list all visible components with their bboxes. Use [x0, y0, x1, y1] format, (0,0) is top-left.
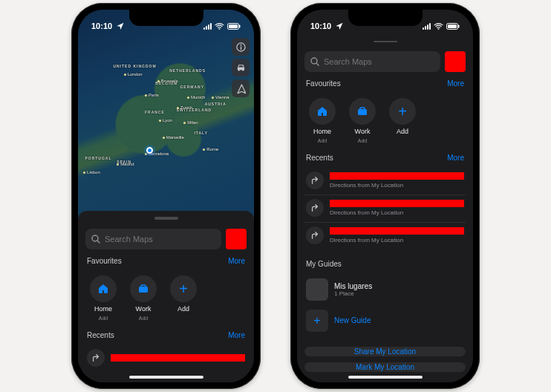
recent-subtitle: Directions from My Location: [330, 182, 464, 189]
wifi-icon: [434, 22, 443, 30]
phone-left: 10:10 NORWAYUNITED KINGDOMNETHERLANDSGER…: [71, 3, 261, 389]
new-guide-button[interactable]: + New Guide: [304, 305, 466, 336]
map-country-label: PORTUGAL: [85, 156, 111, 160]
map-city-label[interactable]: Lyon: [159, 118, 172, 122]
map-city-label[interactable]: Paris: [145, 93, 159, 97]
device-notch: [348, 10, 423, 26]
recents-more-link[interactable]: More: [228, 331, 245, 339]
map-country-label: ITALY: [194, 131, 208, 135]
favourite-sublabel: Add: [139, 316, 148, 321]
favourite-sublabel: Add: [358, 138, 367, 143]
search-field[interactable]: [85, 229, 221, 249]
recent-subtitle: Directions from My Location: [330, 209, 464, 216]
map-city-label[interactable]: Marseille: [163, 135, 184, 140]
favourites-header: Favourites: [306, 79, 341, 88]
guides-header: My Guides: [306, 260, 342, 268]
recent-title-redacted: [330, 172, 464, 180]
sheet-grabber[interactable]: [374, 41, 397, 42]
favourite-briefcase[interactable]: WorkAdd: [348, 98, 377, 143]
favourite-briefcase[interactable]: WorkAdd: [128, 275, 158, 321]
search-input[interactable]: [105, 235, 215, 244]
favourite-plus[interactable]: +Add: [169, 275, 198, 321]
home-icon: [90, 275, 117, 302]
favourite-label: Add: [397, 128, 408, 135]
briefcase-icon: [130, 275, 157, 302]
home-indicator[interactable]: [348, 376, 423, 379]
favourite-label: Work: [355, 128, 371, 135]
bottom-sheet[interactable]: Favourites More HomeAddWorkAdd+Add Recen…: [78, 211, 254, 382]
recent-subtitle: Directions from My Location: [330, 237, 464, 244]
map-canvas[interactable]: NORWAYUNITED KINGDOMNETHERLANDSGERMANYBE…: [78, 10, 254, 218]
sheet-grabber[interactable]: [154, 217, 178, 220]
cellular-icon: [423, 23, 431, 30]
cellular-icon: [203, 23, 212, 30]
wifi-icon: [215, 22, 224, 30]
map-city-label[interactable]: Milan: [183, 120, 198, 125]
guide-count: 1 Place: [334, 290, 372, 297]
recents-more-link[interactable]: More: [447, 154, 464, 162]
directions-icon: [87, 349, 105, 367]
map-country-label: NETHERLANDS: [169, 68, 206, 73]
location-services-icon: [115, 22, 125, 30]
guide-thumbnail: [306, 278, 328, 301]
status-time: 10:10: [91, 22, 112, 30]
search-icon: [310, 57, 319, 66]
map-city-label[interactable]: Rome: [203, 147, 218, 151]
recents-header: Recents: [87, 331, 114, 339]
phone-right: 10:10 Favourites More Ho: [290, 3, 480, 389]
map-city-label[interactable]: London: [124, 72, 143, 76]
guide-name: Mis lugares: [334, 282, 372, 290]
recent-item[interactable]: Directions from My Location: [304, 195, 466, 223]
home-indicator[interactable]: [129, 376, 203, 379]
directions-icon: [306, 172, 324, 189]
plus-icon: +: [306, 310, 328, 332]
directions-icon: [306, 199, 324, 217]
map-city-label[interactable]: Zurich: [177, 105, 193, 110]
screen-map-view: 10:10 NORWAYUNITED KINGDOMNETHERLANDSGER…: [78, 10, 254, 382]
favourite-label: Add: [177, 305, 189, 313]
map-locate-button[interactable]: [232, 79, 250, 97]
briefcase-icon: [349, 98, 376, 125]
map-city-label[interactable]: Brussels: [157, 79, 178, 83]
map-country-label: UNITED KINGDOM: [113, 64, 156, 68]
favourite-home[interactable]: HomeAdd: [88, 275, 118, 321]
plus-icon: +: [389, 98, 416, 125]
search-input[interactable]: [324, 57, 434, 66]
favourite-home[interactable]: HomeAdd: [307, 98, 337, 143]
favourite-label: Home: [94, 305, 112, 313]
favourite-plus[interactable]: +Add: [388, 98, 417, 143]
map-city-label[interactable]: Madrid: [117, 162, 134, 166]
device-notch: [129, 10, 203, 26]
favourites-row: HomeAddWorkAdd+Add: [85, 271, 247, 324]
favourites-more-link[interactable]: More: [228, 257, 245, 265]
recents-list: Directions from My LocationDirections fr…: [304, 168, 466, 249]
map-info-button[interactable]: [232, 38, 250, 56]
plus-icon: +: [170, 275, 197, 302]
expanded-sheet[interactable]: Favourites More HomeAddWorkAdd+Add Recen…: [297, 35, 473, 382]
favourite-sublabel: Add: [99, 316, 108, 321]
favourites-row: HomeAddWorkAdd+Add: [304, 94, 466, 146]
search-icon: [91, 235, 100, 244]
search-field[interactable]: [304, 51, 440, 72]
map-country-label: FRANCE: [145, 110, 165, 114]
map-mode-button[interactable]: [232, 59, 250, 76]
profile-avatar-redacted[interactable]: [445, 51, 466, 72]
map-city-label[interactable]: Vienna: [212, 95, 229, 99]
new-guide-label: New Guide: [334, 316, 371, 324]
recents-header: Recents: [306, 154, 333, 162]
share-location-button[interactable]: Share My Location: [304, 347, 466, 356]
recent-title-redacted: [111, 354, 245, 362]
guide-item[interactable]: Mis lugares 1 Place: [304, 274, 466, 305]
map-city-label[interactable]: Munich: [187, 95, 205, 99]
recent-item[interactable]: Directions from My Location: [304, 223, 466, 249]
profile-avatar-redacted[interactable]: [226, 229, 247, 249]
recent-item[interactable]: Directions from My Location: [304, 168, 466, 195]
screen-search-sheet: 10:10 Favourites More Ho: [297, 10, 473, 382]
guides-list: Mis lugares 1 Place + New Guide: [304, 274, 466, 336]
map-city-label[interactable]: Lisbon: [83, 170, 100, 174]
home-icon: [309, 98, 336, 125]
mark-location-button[interactable]: Mark My Location: [304, 362, 466, 372]
recent-item[interactable]: [85, 345, 247, 372]
map-country-label: GERMANY: [180, 85, 204, 89]
favourites-more-link[interactable]: More: [447, 79, 464, 88]
